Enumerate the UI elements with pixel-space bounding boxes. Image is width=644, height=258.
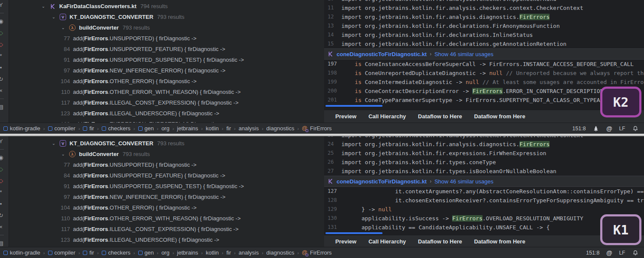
show-write-access-icon[interactable]: ◇ bbox=[0, 177, 5, 184]
close-icon[interactable]: × bbox=[0, 223, 5, 231]
code-line[interactable]: 128 it.chosenExtensionReceiver?.contains… bbox=[324, 196, 644, 205]
code-line[interactable]: 11import org.jetbrains.kotlin.fir.analys… bbox=[324, 3, 644, 12]
tree-node-field[interactable]: ⌄VKT_DIAGNOSTIC_CONVERTER793 results bbox=[9, 138, 324, 149]
line-ending-widget[interactable]: LF bbox=[619, 250, 625, 256]
tab-dataflow-from-here[interactable]: Dataflow from Here bbox=[468, 113, 531, 120]
fir-tree-icon[interactable] bbox=[592, 125, 599, 132]
settings-icon[interactable]: * bbox=[0, 52, 5, 60]
code-line[interactable]: 130 applicability.isSuccess -> FirErrors… bbox=[324, 214, 644, 223]
code-line[interactable]: 197 is ConeInstanceAccessBeforeSuperCall… bbox=[324, 60, 644, 69]
preview-usages-icon[interactable]: ◉ bbox=[0, 18, 5, 25]
breadcrumb-item-kotlin[interactable]: kotlin bbox=[206, 249, 219, 256]
tab-call-hierarchy[interactable]: Call Hierarchy bbox=[362, 238, 412, 245]
usage-row[interactable]: 110add(FirErrors.OTHER_ERROR_WITH_REASON… bbox=[9, 87, 324, 97]
code-line[interactable]: 10import org.jetbrains.kotlin.fir.analys… bbox=[324, 0, 644, 3]
line-ending-widget[interactable]: LF bbox=[619, 126, 625, 132]
breadcrumb-item-jetbrains[interactable]: jetbrains bbox=[177, 249, 198, 256]
code-line[interactable]: 14import org.jetbrains.kotlin.fir.declar… bbox=[324, 30, 644, 39]
breadcrumb-item-firerrors[interactable]: @FirErrors bbox=[302, 125, 332, 132]
breadcrumb-item-jetbrains[interactable]: jetbrains bbox=[177, 125, 198, 132]
code-line[interactable]: 25import org.jetbrains.kotlin.fir.expres… bbox=[324, 149, 644, 158]
preview-file-link[interactable]: coneDiagnosticToFirDiagnostic.kt bbox=[337, 178, 427, 185]
annotation-at-icon[interactable]: @ bbox=[606, 125, 612, 132]
usage-row[interactable]: 97add(FirErrors.NEW_INFERENCE_ERROR) { f… bbox=[9, 65, 324, 76]
breadcrumb-item-fir[interactable]: fir bbox=[226, 249, 231, 256]
open-in-editor-icon[interactable]: ▤ bbox=[0, 240, 5, 247]
code-line[interactable]: 27import org.jetbrains.kotlin.fir.types.… bbox=[324, 167, 644, 176]
breadcrumb-item-kotlin-gradle[interactable]: kotlin-gradle bbox=[3, 249, 40, 256]
code-line[interactable]: 23import org.jetbrains.kotlin.fir.analys… bbox=[324, 136, 644, 140]
usage-row[interactable]: 91add(FirErrors.UNSUPPORTED_SUSPEND_TEST… bbox=[9, 181, 324, 192]
branch-icon[interactable]: Y bbox=[0, 138, 5, 145]
code-line[interactable]: 24import org.jetbrains.kotlin.fir.analys… bbox=[324, 140, 644, 149]
breadcrumb-item-org[interactable]: org bbox=[161, 249, 170, 256]
usage-row[interactable]: 117add(FirErrors.ILLEGAL_CONST_EXPRESSIO… bbox=[9, 97, 324, 108]
breadcrumb-item-gen[interactable]: gen bbox=[138, 249, 154, 256]
settings-icon[interactable]: * bbox=[0, 189, 5, 196]
code-line[interactable]: 198 is ConeUnreportedDuplicateDiagnostic… bbox=[324, 69, 644, 78]
usage-row[interactable]: 104add(FirErrors.OTHER_ERROR) { firDiagn… bbox=[9, 76, 324, 87]
breadcrumb-item-fir[interactable]: fir bbox=[83, 125, 94, 132]
breadcrumb-item-org[interactable]: org bbox=[161, 125, 170, 132]
tree-node-field[interactable]: ⌄VKT_DIAGNOSTIC_CONVERTER793 results bbox=[9, 12, 324, 22]
breadcrumb-item-kotlin[interactable]: kotlin bbox=[206, 125, 219, 132]
usage-row[interactable]: 123add(FirErrors.ILLEGAL_UNDERSCORE) { f… bbox=[9, 108, 324, 119]
tab-dataflow-from-here[interactable]: Dataflow from Here bbox=[468, 238, 531, 245]
chevron-down-icon[interactable]: ⌄ bbox=[50, 141, 57, 146]
notifications-bell-icon[interactable] bbox=[632, 249, 639, 256]
usage-row[interactable]: 77add(FirErrors.UNSUPPORTED) { firDiagno… bbox=[9, 159, 324, 170]
close-icon[interactable]: × bbox=[0, 87, 5, 94]
scrollbar-thumb[interactable] bbox=[325, 232, 383, 234]
breadcrumb-item-fir[interactable]: fir bbox=[83, 249, 94, 256]
usage-row[interactable]: 123add(FirErrors.ILLEGAL_UNDERSCORE) { f… bbox=[9, 234, 324, 245]
breadcrumb-item-firerrors[interactable]: @FirErrors bbox=[302, 249, 332, 256]
usage-row[interactable]: 97add(FirErrors.NEW_INFERENCE_ERROR) { f… bbox=[9, 192, 324, 202]
caret-position-widget[interactable]: 151:8 bbox=[572, 126, 586, 132]
pin-icon[interactable]: ▪ bbox=[0, 200, 5, 207]
usage-row[interactable]: 91add(FirErrors.UNSUPPORTED_SUSPEND_TEST… bbox=[9, 54, 324, 65]
tree-node-file[interactable]: ⌄KaFirDataClassConverters.kt794 results bbox=[9, 1, 324, 12]
code-line[interactable]: 201 is ConeTypeParameterSupertype -> Fir… bbox=[324, 96, 644, 105]
show-similar-usages-link[interactable]: Show 46 similar usages bbox=[434, 178, 493, 185]
show-similar-usages-link[interactable]: Show 46 similar usages bbox=[434, 51, 493, 57]
code-line[interactable]: 12import org.jetbrains.kotlin.fir.analys… bbox=[324, 12, 644, 21]
caret-position-widget[interactable]: 151:8 bbox=[586, 250, 599, 256]
code-line[interactable]: 127 it.contextArguments?.any(AbstractCon… bbox=[324, 187, 644, 196]
preview-usages-icon[interactable]: ◉ bbox=[0, 154, 5, 161]
breadcrumb-item-fir[interactable]: fir bbox=[226, 125, 231, 132]
open-in-editor-icon[interactable]: ▤ bbox=[0, 103, 5, 111]
tab-preview[interactable]: Preview bbox=[329, 113, 362, 120]
breadcrumb-item-compiler[interactable]: compiler bbox=[48, 249, 76, 256]
tab-preview[interactable]: Preview bbox=[329, 238, 362, 245]
usage-row[interactable]: 117add(FirErrors.ILLEGAL_CONST_EXPRESSIO… bbox=[9, 224, 324, 234]
chevron-down-icon[interactable]: ⌄ bbox=[50, 15, 57, 19]
chevron-down-icon[interactable]: ⌄ bbox=[60, 152, 67, 156]
breadcrumb-item-compiler[interactable]: compiler bbox=[48, 125, 76, 132]
usage-row[interactable]: 129add(FirErrors.EXPRESSION_EXPECTED) { … bbox=[9, 119, 324, 123]
chevron-down-icon[interactable]: ⌄ bbox=[60, 25, 67, 30]
usage-row[interactable]: 110add(FirErrors.OTHER_ERROR_WITH_REASON… bbox=[9, 213, 324, 224]
show-read-access-icon[interactable]: ◇ bbox=[0, 165, 5, 173]
code-line[interactable]: 129 } -> null bbox=[324, 205, 644, 214]
usage-row[interactable]: 77add(FirErrors.UNSUPPORTED) { firDiagno… bbox=[9, 33, 324, 44]
show-write-access-icon[interactable]: ◇ bbox=[0, 41, 5, 48]
notifications-bell-icon[interactable] bbox=[632, 125, 639, 132]
breadcrumb-item-kotlin-gradle[interactable]: kotlin-gradle bbox=[3, 125, 40, 132]
rerun-icon[interactable]: ↻ bbox=[0, 75, 5, 83]
breadcrumb-item-analysis[interactable]: analysis bbox=[239, 125, 259, 132]
code-line[interactable]: 131 applicability == CandidateApplicabil… bbox=[324, 223, 644, 232]
usage-row[interactable]: 104add(FirErrors.OTHER_ERROR) { firDiagn… bbox=[9, 202, 324, 213]
code-line[interactable]: 200 is ConeContractDescriptionError -> F… bbox=[324, 87, 644, 96]
breadcrumb-item-checkers[interactable]: checkers bbox=[102, 125, 131, 132]
code-line[interactable]: 199 is ConeIntermediateDiagnostic -> nul… bbox=[324, 78, 644, 87]
branch-icon[interactable]: Y bbox=[0, 1, 5, 9]
code-line[interactable]: 15import org.jetbrains.kotlin.fir.declar… bbox=[324, 39, 644, 48]
tree-node-function[interactable]: ⌄λbuildConverter793 results bbox=[9, 149, 324, 159]
tab-dataflow-to-here[interactable]: Dataflow to Here bbox=[412, 238, 468, 245]
breadcrumb-item-diagnostics[interactable]: diagnostics bbox=[266, 249, 294, 256]
annotation-at-icon[interactable]: @ bbox=[606, 249, 612, 256]
scrollbar-thumb[interactable] bbox=[325, 105, 383, 107]
tab-call-hierarchy[interactable]: Call Hierarchy bbox=[362, 113, 412, 120]
preview-file-link[interactable]: coneDiagnosticToFirDiagnostic.kt bbox=[337, 51, 427, 57]
rerun-icon[interactable]: ↻ bbox=[0, 212, 5, 219]
